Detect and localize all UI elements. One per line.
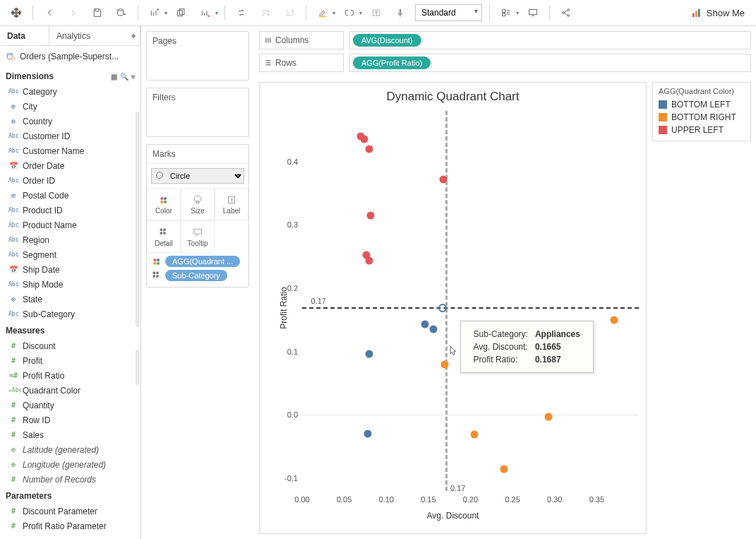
marks-tooltip-button[interactable]: Tooltip [181, 220, 215, 253]
field-item[interactable]: =#Profit Ratio [0, 368, 140, 383]
field-item[interactable]: AbcCustomer ID [0, 129, 140, 143]
field-item[interactable]: #Sales [0, 427, 140, 442]
swap-button[interactable] [229, 3, 253, 23]
field-item[interactable]: AbcSub-Category [0, 307, 140, 321]
cards-dropdown[interactable]: ▾ [514, 10, 521, 16]
svg-rect-1 [14, 9, 18, 10]
data-point[interactable] [366, 350, 373, 358]
clear-sheet-dropdown[interactable]: ▾ [213, 10, 220, 16]
redo-button[interactable] [61, 3, 85, 23]
marks-size-button[interactable]: Size [181, 188, 215, 220]
filters-card[interactable]: Filters [146, 88, 249, 137]
data-point[interactable] [440, 175, 448, 183]
sort-asc-button[interactable] [253, 3, 277, 23]
columns-pill[interactable]: AVG(Discount) [353, 34, 421, 47]
data-point[interactable] [366, 145, 373, 153]
marks-pill[interactable]: AGG(Quadrant ... [165, 256, 240, 267]
view-toggle-icon[interactable]: ▦ [111, 73, 117, 81]
marks-pill[interactable]: Sub-Category [165, 270, 227, 281]
presentation-button[interactable] [521, 3, 545, 23]
svg-point-27 [194, 196, 200, 202]
side-scrollbar-2[interactable] [136, 350, 140, 385]
viz-canvas[interactable]: Dynamic Quadrant Chart Profit Ratio Avg.… [259, 82, 647, 534]
undo-button[interactable] [37, 3, 61, 23]
data-point[interactable] [364, 430, 372, 438]
search-icon[interactable]: 🔍 [120, 73, 128, 81]
analytics-tab[interactable]: Analytics◆ [49, 26, 140, 45]
field-item[interactable]: 📅Order Date [0, 158, 140, 173]
data-point[interactable] [361, 136, 368, 143]
field-item[interactable]: AbcSegment [0, 247, 140, 262]
columns-shelf[interactable]: AVG(Discount) [349, 31, 751, 49]
data-point[interactable] [611, 316, 618, 324]
color-icon[interactable] [151, 256, 162, 267]
highlight-dropdown[interactable]: ▾ [330, 10, 337, 16]
data-point[interactable] [366, 256, 373, 264]
field-item[interactable]: ⊕State [0, 292, 140, 307]
new-source-button[interactable] [109, 3, 133, 23]
fit-select[interactable]: Standard [415, 4, 482, 21]
data-tab[interactable]: Data [0, 26, 49, 45]
data-point[interactable] [421, 321, 429, 328]
tableau-logo[interactable] [4, 3, 28, 23]
svg-text:T: T [230, 197, 234, 203]
data-point[interactable] [366, 211, 374, 219]
marks-detail-button[interactable]: Detail [147, 220, 181, 253]
svg-rect-41 [153, 275, 155, 277]
side-scrollbar-1[interactable] [136, 112, 140, 327]
field-item[interactable]: AbcCustomer Name [0, 143, 140, 158]
datasource-item[interactable]: Orders (Sample-Superst... [0, 46, 140, 67]
labels-button[interactable]: T [364, 3, 388, 23]
field-item[interactable]: #Number of Records [0, 472, 140, 487]
field-item[interactable]: ⊕Latitude (generated) [0, 442, 140, 457]
group-dropdown[interactable]: ▾ [357, 10, 364, 16]
field-item[interactable]: ⊕City [0, 99, 140, 114]
duplicate-button[interactable] [169, 3, 193, 23]
detail-icon[interactable] [151, 270, 162, 281]
mark-type-select[interactable]: Circle [151, 168, 244, 184]
field-item[interactable]: ⊕Country [0, 114, 140, 129]
field-item[interactable]: AbcProduct Name [0, 218, 140, 232]
data-point[interactable] [471, 431, 479, 439]
field-item[interactable]: #Quantity [0, 398, 140, 413]
field-item[interactable]: =AbcQuadrant Color [0, 383, 140, 398]
field-item[interactable]: #Discount [0, 338, 140, 353]
show-me-button[interactable]: Show Me [691, 7, 745, 18]
sort-desc-button[interactable] [277, 3, 301, 23]
color-legend[interactable]: AGG(Quadrant Color) BOTTOM LEFTBOTTOM RI… [652, 82, 751, 141]
marks-color-button[interactable]: Color [147, 188, 181, 220]
field-item[interactable]: #Profit [0, 353, 140, 368]
data-menu-icon[interactable]: ▾ [131, 73, 135, 81]
field-item[interactable]: #Row ID [0, 413, 140, 427]
field-item[interactable]: AbcProduct ID [0, 203, 140, 218]
save-button[interactable] [85, 3, 109, 23]
legend-item[interactable]: BOTTOM RIGHT [659, 111, 745, 124]
svg-rect-39 [153, 272, 155, 274]
field-item[interactable]: AbcShip Mode [0, 277, 140, 292]
legend-item[interactable]: UPPER LEFT [659, 124, 745, 136]
field-item[interactable]: #Profit Ratio Parameter [0, 519, 140, 533]
pin-button[interactable] [388, 3, 412, 23]
fit-select-wrap[interactable]: Standard [415, 4, 482, 21]
share-button[interactable] [554, 3, 578, 23]
legend-item[interactable]: BOTTOM LEFT [659, 98, 745, 111]
data-point[interactable] [500, 465, 508, 473]
field-item[interactable]: ⊕Longitude (generated) [0, 457, 140, 472]
rows-shelf[interactable]: AGG(Profit Ratio) [349, 54, 751, 72]
field-item[interactable]: AbcCategory [0, 84, 140, 99]
data-point[interactable] [440, 360, 448, 368]
field-item[interactable]: #Discount Parameter [0, 504, 140, 519]
field-item[interactable]: ⊕Postal Code [0, 188, 140, 203]
data-point[interactable] [430, 326, 438, 333]
field-item[interactable]: 📅Ship Date [0, 262, 140, 277]
rows-pill[interactable]: AGG(Profit Ratio) [353, 57, 431, 69]
new-worksheet-dropdown[interactable]: ▾ [162, 10, 169, 16]
data-point[interactable] [545, 413, 553, 421]
field-item[interactable]: AbcOrder ID [0, 173, 140, 188]
marks-label-button[interactable]: TLabel [215, 188, 248, 220]
measures-header: Measures [6, 326, 44, 336]
x-tick: 0.00 [294, 495, 309, 504]
field-item[interactable]: AbcRegion [0, 232, 140, 247]
pages-card[interactable]: Pages [146, 31, 249, 81]
hover-point[interactable] [438, 304, 447, 312]
